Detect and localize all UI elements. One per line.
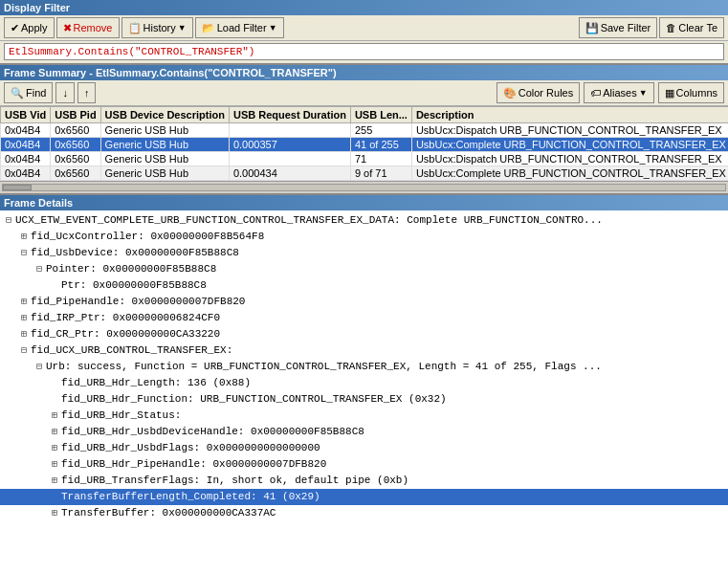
tree-item-label: fid_URB_Hdr_UsbdDeviceHandle: 0x00000000… (61, 426, 364, 437)
apply-icon: ✔ (11, 22, 19, 34)
tree-item[interactable]: fid_URB_Hdr_Length: 136 (0x88) (0, 375, 728, 391)
tree-expander-icon[interactable]: ⊟ (17, 246, 31, 260)
table-cell-4: 41 of 255 (350, 138, 411, 152)
clear-button[interactable]: 🗑 Clear Te (659, 17, 724, 38)
table-cell-5: UsbUcx:Dispatch URB_FUNCTION_CONTROL_TRA… (411, 152, 728, 166)
tree-item[interactable]: ⊞fid_URB_Hdr_Status: (0, 408, 728, 424)
tree-item-label: fid_URB_TransferFlags: In, short ok, def… (61, 475, 408, 486)
tree-item[interactable]: ⊞fid_UcxController: 0x00000000F8B564F8 (0, 229, 728, 245)
tree-expander-icon[interactable]: ⊞ (17, 295, 31, 309)
find-icon: 🔍 (11, 87, 24, 99)
tree-expander-icon[interactable]: ⊞ (48, 506, 61, 520)
tree-expander-icon[interactable]: ⊞ (48, 474, 61, 488)
tree-item[interactable]: ⊞fid_CR_Ptr: 0x000000000CA33220 (0, 326, 728, 342)
aliases-icon: 🏷 (590, 87, 601, 99)
frame-details-panel: Frame Details ⊟UCX_ETW_EVENT_COMPLETE_UR… (0, 195, 728, 574)
tree-expander-icon[interactable]: ⊞ (17, 311, 31, 325)
tree-item-label: fid_UCX_URB_CONTROL_TRANSFER_EX: (31, 344, 232, 356)
col-description[interactable]: Description (411, 107, 728, 123)
tree-expander-icon[interactable]: ⊞ (48, 425, 61, 439)
table-row[interactable]: 0x04B40x6560Generic USB Hub71UsbUcx:Disp… (1, 152, 729, 166)
tree-item[interactable]: Ptr: 0x00000000F85B88C8 (0, 277, 728, 294)
color-rules-button[interactable]: 🎨 Color Rules (496, 82, 580, 103)
tree-item[interactable]: ⊞fid_URB_Hdr_UsbdDeviceHandle: 0x0000000… (0, 424, 728, 440)
tree-item-label: Ptr: 0x00000000F85B88C8 (61, 279, 207, 291)
remove-button[interactable]: ✖ Remove (56, 17, 120, 38)
table-cell-0: 0x04B4 (1, 152, 51, 166)
save-filter-button[interactable]: 💾 Save Filter (579, 17, 658, 38)
tree-item-label: fid_URB_Hdr_Status: (61, 409, 181, 421)
tree-expander-icon[interactable]: ⊟ (17, 343, 31, 358)
tree-item-label: fid_URB_Hdr_Function: URB_FUNCTION_CONTR… (61, 393, 447, 405)
tree-item-label: fid_URB_Hdr_UsbdFlags: 0x000000000000000… (61, 442, 320, 453)
table-cell-5: UsbUcx:Complete URB_FUNCTION_CONTROL_TRA… (411, 166, 728, 181)
tree-item[interactable]: ⊞fid_URB_TransferFlags: In, short ok, de… (0, 473, 728, 489)
scrollbar-track[interactable] (2, 184, 726, 191)
load-filter-button[interactable]: 📂 Load Filter ▼ (195, 17, 284, 38)
table-cell-2: Generic USB Hub (100, 138, 229, 152)
table-cell-5: UsbUcx:Complete URB_FUNCTION_CONTROL_TRA… (411, 138, 728, 152)
tree-item-label: fid_PipeHandle: 0x0000000007DFB820 (31, 296, 245, 307)
table-cell-3: 0.000357 (229, 138, 350, 152)
scrollbar-thumb[interactable] (3, 185, 32, 190)
table-horizontal-scrollbar[interactable] (0, 181, 728, 193)
remove-icon: ✖ (63, 22, 72, 34)
table-cell-2: Generic USB Hub (100, 123, 229, 138)
tree-item[interactable]: ⊟Urb: success, Function = URB_FUNCTION_C… (0, 359, 728, 375)
tree-expander-icon[interactable]: ⊞ (48, 441, 61, 455)
tree-item[interactable]: ⊟fid_UsbDevice: 0x00000000F85B88C8 (0, 245, 728, 261)
col-usb-len[interactable]: USB Len... (350, 107, 411, 123)
table-row[interactable]: 0x04B40x6560Generic USB Hub0.00035741 of… (1, 138, 729, 152)
packet-table: USB Vid USB Pid USB Device Description U… (0, 106, 728, 181)
packet-table-scroll[interactable]: USB Vid USB Pid USB Device Description U… (0, 106, 728, 181)
tree-expander-icon[interactable]: ⊞ (48, 408, 61, 423)
tree-item-label: TransferBufferLength_Completed: 41 (0x29… (61, 491, 320, 502)
tree-expander-icon[interactable]: ⊟ (2, 213, 15, 228)
col-usb-vid[interactable]: USB Vid (1, 107, 51, 123)
col-usb-pid[interactable]: USB Pid (51, 107, 100, 123)
table-row[interactable]: 0x04B40x6560Generic USB Hub0.0004349 of … (1, 166, 729, 181)
tree-item[interactable]: TransferBufferLength_Completed: 41 (0x29… (0, 489, 728, 505)
tree-expander-icon[interactable]: ⊞ (17, 230, 31, 244)
history-dropdown-icon: ▼ (178, 23, 187, 33)
col-device-desc[interactable]: USB Device Description (100, 107, 229, 123)
table-cell-4: 255 (350, 123, 411, 138)
col-request-duration[interactable]: USB Request Duration (229, 107, 350, 123)
tree-item[interactable]: ⊟UCX_ETW_EVENT_COMPLETE_URB_FUNCTION_CON… (0, 212, 728, 229)
tree-item-label: fid_IRP_Ptr: 0x000000006824CF0 (31, 312, 220, 323)
history-button[interactable]: 📋 History ▼ (121, 17, 193, 38)
table-cell-4: 71 (350, 152, 411, 166)
tree-item-label: fid_URB_Hdr_PipeHandle: 0x0000000007DFB8… (61, 458, 326, 470)
find-button[interactable]: 🔍 Find (4, 82, 53, 103)
aliases-dropdown-icon: ▼ (639, 88, 648, 98)
tree-item[interactable]: ⊞fid_URB_Hdr_UsbdFlags: 0x00000000000000… (0, 440, 728, 456)
tree-item[interactable]: ⊞fid_URB_Hdr_PipeHandle: 0x0000000007DFB… (0, 456, 728, 473)
tree-item[interactable]: fid_URB_Hdr_Function: URB_FUNCTION_CONTR… (0, 391, 728, 408)
load-filter-icon: 📂 (202, 22, 215, 34)
tree-expander-icon[interactable]: ⊞ (17, 327, 31, 342)
table-cell-0: 0x04B4 (1, 138, 51, 152)
tree-item[interactable]: ⊟Pointer: 0x00000000F85B88C8 (0, 261, 728, 277)
tree-item[interactable]: ⊞fid_IRP_Ptr: 0x000000006824CF0 (0, 310, 728, 326)
filter-input[interactable] (4, 43, 724, 60)
save-filter-icon: 💾 (585, 22, 599, 34)
aliases-button[interactable]: 🏷 Aliases ▼ (584, 82, 653, 103)
table-cell-2: Generic USB Hub (100, 166, 229, 181)
table-row[interactable]: 0x04B40x6560Generic USB Hub255UsbUcx:Dis… (1, 123, 729, 138)
columns-button[interactable]: ▦ Columns (658, 82, 724, 103)
tree-expander-icon[interactable]: ⊟ (33, 262, 46, 276)
apply-button[interactable]: ✔ Apply (4, 17, 55, 38)
tree-expander-icon[interactable]: ⊞ (48, 457, 61, 472)
frame-details-content[interactable]: ⊟UCX_ETW_EVENT_COMPLETE_URB_FUNCTION_CON… (0, 210, 728, 574)
table-cell-1: 0x6560 (51, 166, 100, 181)
tree-item[interactable]: ⊞fid_PipeHandle: 0x0000000007DFB820 (0, 294, 728, 310)
filter-input-row (0, 41, 728, 63)
tree-expander-icon[interactable]: ⊟ (33, 360, 46, 374)
tree-item[interactable]: ⊟fid_UCX_URB_CONTROL_TRANSFER_EX: (0, 342, 728, 359)
tree-item-label: UCX_ETW_EVENT_COMPLETE_URB_FUNCTION_CONT… (15, 214, 603, 226)
arrow-down-button[interactable]: ↓ (55, 82, 75, 103)
table-cell-1: 0x6560 (51, 138, 100, 152)
arrow-up-button[interactable]: ↑ (77, 82, 97, 103)
frame-summary-toolbar: 🔍 Find ↓ ↑ 🎨 Color Rules 🏷 Aliases ▼ ▦ C… (0, 80, 728, 106)
tree-item[interactable]: ⊞TransferBuffer: 0x000000000CA337AC (0, 505, 728, 521)
